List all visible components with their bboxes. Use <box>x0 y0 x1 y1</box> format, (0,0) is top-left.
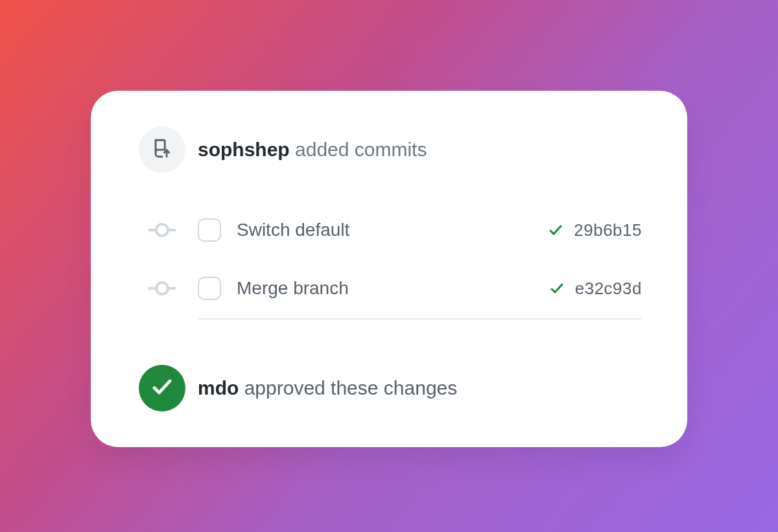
commit-sha[interactable]: e32c93d <box>575 279 642 299</box>
commit-message[interactable]: Merge branch <box>237 278 534 299</box>
timeline-connector <box>126 326 642 365</box>
approval-text: mdo approved these changes <box>198 377 642 399</box>
commit-row: Switch default 29b6b15 <box>126 212 642 248</box>
approval-badge <box>139 365 185 411</box>
timeline-header-row: sophshep added commits <box>126 126 642 173</box>
timeline-card: sophshep added commits Switch default <box>91 91 687 447</box>
timeline-header-text: sophshep added commits <box>198 139 642 161</box>
timeline-divider-row <box>126 306 642 326</box>
commit-select-checkbox[interactable] <box>198 277 221 300</box>
repo-push-icon <box>151 137 173 162</box>
commit-message[interactable]: Switch default <box>237 220 532 240</box>
commit-node-icon <box>155 223 169 237</box>
status-success-icon[interactable] <box>548 222 563 238</box>
commit-select-checkbox[interactable] <box>198 218 221 242</box>
timeline-connector <box>126 173 642 212</box>
timeline-connector <box>126 248 642 270</box>
check-icon <box>150 375 174 401</box>
approval-row: mdo approved these changes <box>126 365 642 411</box>
status-success-icon[interactable] <box>549 281 565 296</box>
commit-row: Merge branch e32c93d <box>126 270 642 306</box>
commit-sha[interactable]: 29b6b15 <box>574 220 642 240</box>
approval-action: approved these changes <box>244 377 458 399</box>
header-username[interactable]: sophshep <box>198 139 290 160</box>
divider <box>198 318 642 319</box>
push-event-badge <box>139 126 185 173</box>
approval-username[interactable]: mdo <box>198 377 239 399</box>
commit-node-icon <box>155 281 169 295</box>
